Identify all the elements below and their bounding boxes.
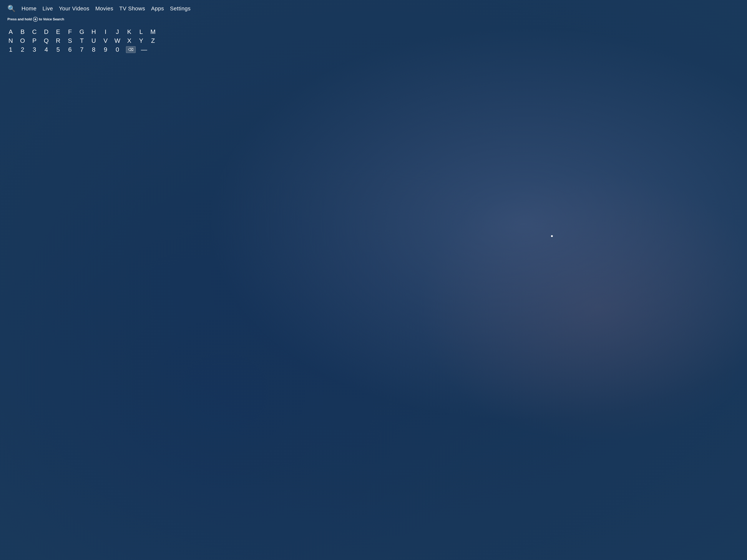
nav-bar: 🔍 Home Live Your Videos Movies TV Shows …	[7, 5, 740, 12]
key-8[interactable]: 8	[91, 46, 97, 53]
backspace-key[interactable]	[126, 46, 136, 53]
key-R[interactable]: R	[55, 37, 61, 44]
search-icon[interactable]: 🔍	[7, 5, 16, 12]
key-Q[interactable]: Q	[43, 37, 50, 44]
key-C[interactable]: C	[31, 28, 38, 35]
key-J[interactable]: J	[114, 28, 121, 35]
key-6[interactable]: 6	[67, 46, 73, 53]
key-4[interactable]: 4	[43, 46, 50, 53]
key-E[interactable]: E	[55, 28, 61, 35]
key-D[interactable]: D	[43, 28, 50, 35]
key-3[interactable]: 3	[31, 46, 38, 53]
key-9[interactable]: 9	[102, 46, 109, 53]
key-K[interactable]: K	[126, 28, 133, 35]
key-O[interactable]: O	[19, 37, 26, 44]
nav-item-settings[interactable]: Settings	[170, 5, 191, 12]
nav-item-apps[interactable]: Apps	[151, 5, 164, 12]
key-Y[interactable]: Y	[138, 37, 145, 44]
voice-icon: ⊕	[33, 17, 38, 22]
key-1[interactable]: 1	[7, 46, 14, 53]
main-content: 🔍 Home Live Your Videos Movies TV Shows …	[0, 0, 747, 560]
key-P[interactable]: P	[31, 37, 38, 44]
key-G[interactable]: G	[79, 28, 85, 35]
key-S[interactable]: S	[67, 37, 73, 44]
nav-item-home[interactable]: Home	[22, 5, 36, 12]
key-M[interactable]: M	[150, 28, 156, 35]
keyboard-row-2: N O P Q R S T U V W X Y Z	[7, 37, 740, 44]
voice-hint-prefix: Press and hold	[7, 17, 32, 21]
key-I[interactable]: I	[102, 28, 109, 35]
key-Z[interactable]: Z	[150, 37, 156, 44]
key-N[interactable]: N	[7, 37, 14, 44]
keyboard-row-1: A B C D E F G H I J K L M	[7, 28, 740, 35]
key-B[interactable]: B	[19, 28, 26, 35]
key-H[interactable]: H	[91, 28, 97, 35]
key-5[interactable]: 5	[55, 46, 61, 53]
key-X[interactable]: X	[126, 37, 133, 44]
key-A[interactable]: A	[7, 28, 14, 35]
key-F[interactable]: F	[67, 28, 73, 35]
key-7[interactable]: 7	[79, 46, 85, 53]
nav-item-movies[interactable]: Movies	[95, 5, 113, 12]
on-screen-keyboard: A B C D E F G H I J K L M N O P Q R S T …	[7, 28, 740, 53]
nav-item-tv-shows[interactable]: TV Shows	[119, 5, 145, 12]
key-U[interactable]: U	[91, 37, 97, 44]
key-V[interactable]: V	[102, 37, 109, 44]
key-0[interactable]: 0	[114, 46, 121, 53]
nav-item-live[interactable]: Live	[43, 5, 53, 12]
key-T[interactable]: T	[79, 37, 85, 44]
key-L[interactable]: L	[138, 28, 145, 35]
space-key[interactable]: —	[141, 46, 148, 53]
key-W[interactable]: W	[114, 37, 121, 44]
voice-search-hint: Press and hold ⊕ to Voice Search	[7, 17, 740, 22]
key-2[interactable]: 2	[19, 46, 26, 53]
keyboard-row-3: 1 2 3 4 5 6 7 8 9 0 —	[7, 46, 740, 53]
voice-hint-suffix: to Voice Search	[39, 17, 64, 21]
nav-item-your-videos[interactable]: Your Videos	[59, 5, 89, 12]
